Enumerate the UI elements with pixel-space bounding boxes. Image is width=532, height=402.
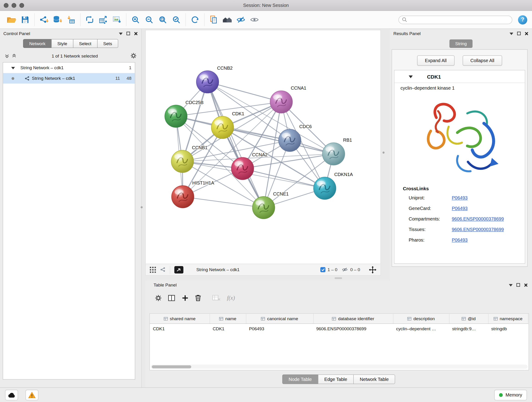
function-builder-button[interactable]: f(x): [227, 295, 235, 302]
toolbar-search-box[interactable]: [399, 15, 512, 24]
panel-caret-icon[interactable]: [119, 32, 123, 35]
open-session-button[interactable]: [5, 13, 18, 27]
column-header[interactable]: description: [393, 314, 449, 324]
crosslink-link[interactable]: P06493: [452, 206, 468, 211]
disclosure-triangle-icon[interactable]: [11, 66, 15, 69]
memory-button[interactable]: Memory: [494, 390, 527, 400]
zoom-fit-button[interactable]: [156, 13, 170, 27]
collapse-all-icon[interactable]: [5, 54, 9, 58]
crosslink-label: Compartments:: [409, 216, 452, 221]
new-network-button[interactable]: [83, 13, 96, 27]
zoom-in-button[interactable]: [129, 13, 142, 27]
table-cell: P06493: [246, 324, 313, 333]
results-tab-string[interactable]: String: [450, 39, 473, 48]
pan-move-icon[interactable]: [369, 266, 376, 274]
disclosure-triangle-icon[interactable]: [409, 75, 413, 78]
expand-all-icon[interactable]: [12, 54, 16, 58]
crosslink-link[interactable]: P06493: [452, 237, 468, 242]
network-view[interactable]: CCNB2CCNA1CDC25BCDK1CDC6RB1CCNB1CCNA2CDK…: [146, 30, 381, 275]
save-session-button[interactable]: [18, 13, 32, 27]
column-header[interactable]: database identifier: [313, 314, 393, 324]
expand-all-button[interactable]: Expand All: [417, 56, 455, 65]
network-node-RB1[interactable]: RB1: [322, 138, 352, 165]
panel-maximize-icon[interactable]: [516, 283, 520, 287]
window-title: Session: New Session: [0, 3, 532, 8]
panel-close-icon[interactable]: [524, 283, 528, 287]
horizontal-scrollbar[interactable]: [151, 365, 527, 369]
network-node-CDK1[interactable]: CDK1: [211, 111, 244, 139]
column-header[interactable]: shared name: [150, 314, 210, 324]
selected-checkbox-icon[interactable]: [320, 267, 325, 272]
help-button[interactable]: ?: [518, 15, 527, 24]
panel-maximize-icon[interactable]: [127, 32, 130, 35]
cycle-arrows-icon: [85, 15, 95, 24]
bottom-splitter-handle[interactable]: [335, 277, 342, 279]
grid-view-icon[interactable]: [150, 267, 156, 273]
network-share-icon: [25, 76, 30, 81]
warnings-button[interactable]: [25, 390, 38, 400]
panel-caret-icon[interactable]: [510, 32, 513, 35]
crosslink-link[interactable]: P06493: [452, 196, 468, 201]
node-details-header[interactable]: CDK1: [394, 70, 525, 83]
import-table-button[interactable]: [64, 13, 78, 27]
zoom-selected-button[interactable]: [170, 13, 183, 27]
network-node-CCNA1[interactable]: CCNA1: [270, 85, 306, 113]
add-column-plus-icon[interactable]: [182, 295, 189, 302]
tab-network-table[interactable]: Network Table: [353, 375, 395, 384]
network-node-CCNB2[interactable]: CCNB2: [196, 65, 233, 93]
left-splitter-handle[interactable]: [141, 206, 143, 208]
collapse-all-button[interactable]: Collapse All: [462, 56, 502, 65]
network-collection-row[interactable]: String Network – cdk1 1: [3, 63, 135, 73]
export-image-button[interactable]: [110, 13, 123, 27]
column-header[interactable]: @id: [449, 314, 488, 324]
node-details-card: CDK1 cyclin–dependent kinase 1: [394, 70, 525, 264]
network-from-table-button[interactable]: [96, 13, 110, 27]
show-all-views-button[interactable]: [220, 13, 234, 27]
panel-caret-icon[interactable]: [509, 283, 513, 286]
share-view-icon[interactable]: [160, 267, 166, 273]
tab-style[interactable]: Style: [51, 39, 73, 48]
node-label: HIST1H1A: [192, 180, 214, 185]
network-canvas[interactable]: CCNB2CCNA1CDC25BCDK1CDC6RB1CCNB1CCNA2CDK…: [146, 30, 380, 264]
delete-trash-icon[interactable]: [195, 295, 201, 302]
panel-close-icon[interactable]: [134, 32, 138, 36]
scrollbar-thumb[interactable]: [152, 365, 191, 368]
window-titlebar[interactable]: Session: New Session: [0, 0, 532, 11]
crosslink-label: Uniprot:: [409, 196, 452, 201]
crosslink-link[interactable]: 9606.ENSP00000378699: [452, 227, 504, 232]
panel-close-icon[interactable]: [525, 32, 529, 36]
tab-edge-table[interactable]: Edge Table: [318, 375, 354, 384]
network-node-HIST1H1A[interactable]: HIST1H1A: [172, 180, 215, 208]
show-details-button[interactable]: [248, 13, 261, 27]
zoom-out-button[interactable]: [142, 13, 156, 27]
import-network-database-button[interactable]: [51, 13, 64, 27]
import-network-file-button[interactable]: [37, 13, 51, 27]
network-row[interactable]: String Network – cdk1 11 48: [3, 73, 135, 84]
gear-icon[interactable]: [130, 53, 137, 59]
tab-network[interactable]: Network: [23, 39, 51, 48]
tab-node-table[interactable]: Node Table: [282, 375, 318, 384]
toolbar-separator: [204, 13, 204, 26]
image-export-icon: [112, 15, 122, 24]
show-columns-icon[interactable]: [168, 295, 175, 301]
network-node-CDKN1A[interactable]: CDKN1A: [314, 172, 353, 199]
right-splitter-handle[interactable]: [383, 152, 385, 153]
refresh-view-button[interactable]: [188, 13, 202, 27]
hide-details-button[interactable]: [234, 13, 248, 27]
node-table[interactable]: shared namenamecanonical namedatabase id…: [149, 313, 529, 370]
crosslink-link[interactable]: 9606.ENSP00000378699: [452, 216, 504, 221]
table-row[interactable]: CDK1CDK1P064939606.ENSP00000378699cyclin…: [150, 324, 528, 333]
search-input[interactable]: [409, 17, 509, 22]
cloud-status-button[interactable]: [5, 390, 18, 400]
duplicate-network-button[interactable]: [207, 13, 220, 27]
network-node-CCNB1[interactable]: CCNB1: [171, 145, 207, 172]
tab-select[interactable]: Select: [73, 39, 97, 48]
column-header[interactable]: canonical name: [246, 314, 313, 324]
column-header[interactable]: name: [210, 314, 246, 324]
table-header-row[interactable]: shared namenamecanonical namedatabase id…: [150, 314, 528, 324]
table-settings-gear-icon[interactable]: [155, 295, 162, 302]
tab-sets[interactable]: Sets: [97, 39, 118, 48]
birdseye-view-icon[interactable]: [174, 266, 184, 274]
panel-maximize-icon[interactable]: [517, 32, 521, 35]
column-header[interactable]: namespace: [488, 314, 528, 324]
